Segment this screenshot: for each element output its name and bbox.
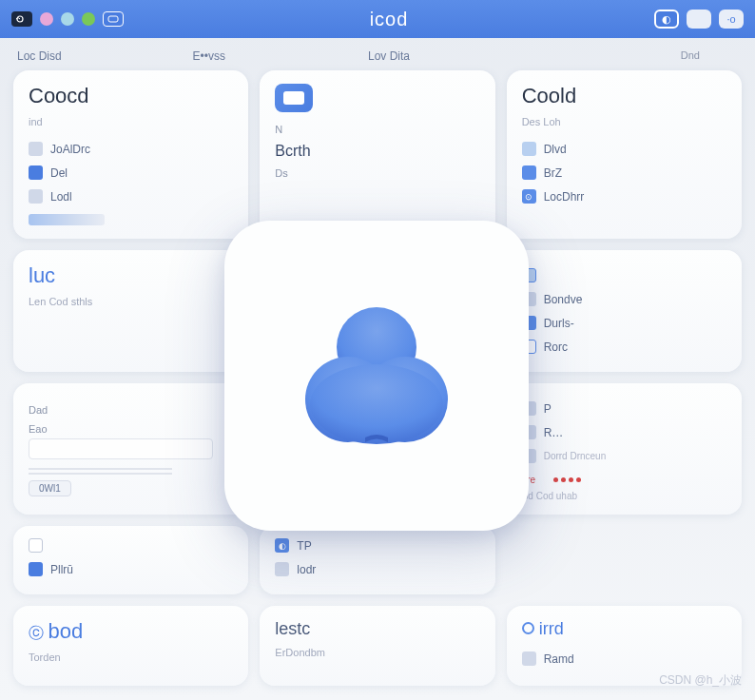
item-label: P: [544, 402, 552, 416]
item-label: TP: [297, 539, 311, 553]
card-form[interactable]: Dad Eao 0Wl1: [13, 383, 248, 515]
item-icon: ◐: [275, 538, 289, 553]
badge-icon: [275, 84, 313, 112]
app-title: icod: [124, 9, 654, 30]
card-foot: Sd Cod uhab: [522, 491, 726, 501]
topbar-action-3[interactable]: ·o: [719, 10, 744, 29]
form-input[interactable]: [29, 438, 213, 459]
item-icon: [522, 651, 536, 666]
card-sub: ErDondbm: [275, 647, 479, 658]
cards-row-1: Coocd ind JoAlDrc Del Lodl N Bcrth Ds Co…: [13, 70, 742, 239]
topbar-action-1[interactable]: ◐: [654, 10, 679, 29]
list-item[interactable]: ◐TP: [275, 534, 479, 557]
card-rorc[interactable]: Bondve Durls- Rorc: [507, 250, 742, 372]
item-label: Bondve: [544, 293, 583, 306]
list-item[interactable]: R…: [522, 420, 726, 444]
header-col1: Loc Disd: [17, 49, 184, 63]
item-label: Lodl: [50, 190, 72, 204]
card-red[interactable]: P R… Dorrd Drnceun ore Sd Cod uhab: [507, 383, 742, 515]
progress-bar: [29, 214, 105, 225]
item-icon: [29, 189, 43, 204]
item-icon: ⊙: [522, 189, 536, 204]
list-item[interactable]: BrZ: [522, 161, 726, 185]
card-sub: Des Loh: [522, 116, 726, 127]
item-label: Rorc: [544, 340, 568, 354]
item-label: BrZ: [544, 166, 562, 180]
card-title: Coocd: [29, 84, 233, 108]
list-item[interactable]: Del: [29, 161, 233, 185]
list-item[interactable]: Bondve: [522, 287, 726, 311]
item-label: Dorrd Drnceun: [544, 451, 607, 461]
item-label: Ramd: [544, 652, 574, 666]
top-bar: icod ◐ ·o: [0, 0, 755, 38]
list-item[interactable]: P: [522, 397, 726, 420]
list-item[interactable]: Dlvd: [522, 137, 726, 161]
card-title: irrd: [522, 619, 726, 639]
traffic-dot-3[interactable]: [82, 12, 95, 26]
header-col4: Dnd: [534, 49, 739, 63]
card-title: ⓒ bod: [29, 619, 233, 644]
header-col2: E••vss: [184, 49, 359, 63]
item-icon: [275, 562, 289, 576]
item-label: Pllrū: [50, 563, 73, 576]
red-dots-row: ore: [522, 468, 726, 491]
traffic-dot-2[interactable]: [61, 12, 74, 26]
card-bod[interactable]: ⓒ bod Torden: [13, 606, 248, 686]
app-logo-icon[interactable]: [11, 11, 32, 27]
card-tp[interactable]: ◐TP lodr: [260, 526, 494, 594]
item-icon: [29, 562, 43, 576]
window-icon[interactable]: [103, 11, 124, 27]
card-lestc[interactable]: lestc ErDondbm: [260, 606, 494, 686]
header-col3: Lov Dita: [358, 49, 534, 63]
card-coocd[interactable]: Coocd ind JoAlDrc Del Lodl: [13, 70, 248, 239]
card-pllru[interactable]: Pllrū: [13, 526, 248, 594]
list-item[interactable]: lodr: [275, 557, 479, 581]
topbar-action-2[interactable]: [687, 10, 711, 29]
item-label: lodr: [297, 563, 316, 576]
item-icon: [522, 165, 536, 180]
line: N: [275, 124, 479, 135]
item-label: Durls-: [544, 317, 574, 330]
line: Ds: [275, 167, 479, 179]
item-icon: [29, 538, 43, 553]
list-item[interactable]: Rorc: [522, 335, 726, 359]
card-badge[interactable]: N Bcrth Ds: [260, 70, 494, 239]
card-sub-row: Ramd: [522, 647, 726, 671]
line: Bcrth: [275, 143, 479, 160]
list-item[interactable]: JoAlDrc: [29, 137, 233, 161]
list-item[interactable]: Lodl: [29, 185, 233, 208]
item-icon: [522, 142, 536, 156]
svg-rect-1: [108, 16, 118, 22]
list-item[interactable]: Pllrū: [29, 557, 233, 581]
topbar-right: ◐ ·o: [654, 10, 744, 29]
item-label: R…: [544, 426, 564, 439]
item-icon: [29, 142, 43, 156]
red-dots-icon: [553, 477, 581, 482]
card-title: luc: [29, 263, 233, 288]
cards-row-5: ⓒ bod Torden lestc ErDondbm irrd Ramd: [13, 606, 742, 686]
column-headers: Loc Disd E••vss Lov Dita Dnd: [13, 49, 742, 63]
cards-row-4: Pllrū ◐TP lodr: [13, 526, 742, 594]
svg-point-5: [310, 364, 443, 444]
card-sub: Torden: [29, 651, 233, 663]
cloud-modal[interactable]: [224, 221, 529, 531]
item-label: Dlvd: [544, 143, 567, 156]
list-item[interactable]: Dorrd Drnceun: [522, 444, 726, 468]
form-line: [29, 467, 172, 475]
card-luc[interactable]: luc Len Cod sthls: [13, 250, 248, 372]
card-sub: ind: [29, 116, 233, 127]
form-label: Eao: [29, 423, 233, 435]
item-label: Del: [50, 166, 68, 180]
card-coold[interactable]: Coold Des Loh Dlvd BrZ ⊙LocDhrr: [507, 70, 742, 239]
item-label: JoAlDrc: [50, 143, 90, 156]
list-item[interactable]: Durls-: [522, 311, 726, 335]
form-pill[interactable]: 0Wl1: [29, 480, 71, 496]
traffic-dot-1[interactable]: [40, 12, 53, 26]
list-item[interactable]: [29, 534, 233, 557]
card-title: lestc: [275, 619, 479, 639]
form-label: Dad: [29, 404, 233, 416]
list-item[interactable]: ⊙LocDhrr: [522, 185, 726, 208]
item-icon: [29, 165, 43, 180]
list-item[interactable]: [522, 263, 726, 287]
circle-icon: [522, 622, 534, 634]
